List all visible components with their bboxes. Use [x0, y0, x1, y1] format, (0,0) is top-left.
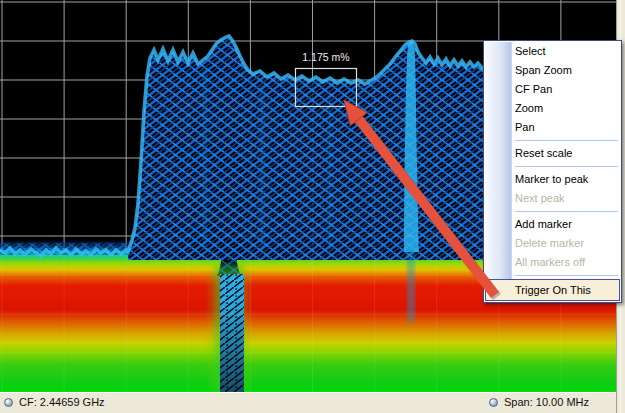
cf-knob-icon[interactable]: [4, 398, 13, 407]
cf-readout: CF: 2.44659 GHz: [19, 396, 105, 408]
menu-item-all-markers-off: All markers off: [484, 253, 621, 272]
carrier-column: [210, 264, 248, 392]
menu-item-select[interactable]: Select: [484, 42, 621, 61]
menu-separator: [484, 272, 621, 279]
spectrum-analyzer-screen: 1.175 m% SelectSpan ZoomCF PanZoomPanRes…: [0, 0, 625, 413]
menu-separator: [484, 137, 621, 144]
context-menu: SelectSpan ZoomCF PanZoomPanReset scaleM…: [483, 40, 622, 303]
menu-item-pan[interactable]: Pan: [484, 118, 621, 137]
menu-item-marker-to-peak[interactable]: Marker to peak: [484, 170, 621, 189]
menu-item-cf-pan[interactable]: CF Pan: [484, 80, 621, 99]
density-annotation-label: 1.175 m%: [302, 51, 349, 63]
menu-item-delete-marker: Delete marker: [484, 234, 621, 253]
menu-item-span-zoom[interactable]: Span Zoom: [484, 61, 621, 80]
span-knob-icon[interactable]: [489, 398, 498, 407]
menu-item-trigger-on-this[interactable]: Trigger On This: [485, 279, 620, 301]
menu-item-reset-scale[interactable]: Reset scale: [484, 144, 621, 163]
menu-item-zoom[interactable]: Zoom: [484, 99, 621, 118]
menu-item-next-peak: Next peak: [484, 189, 621, 208]
menu-separator: [484, 163, 621, 170]
menu-separator: [484, 208, 621, 215]
status-bar: CF: 2.44659 GHz Span: 10.00 MHz: [0, 392, 625, 413]
span-readout: Span: 10.00 MHz: [504, 396, 589, 408]
menu-item-add-marker[interactable]: Add marker: [484, 215, 621, 234]
